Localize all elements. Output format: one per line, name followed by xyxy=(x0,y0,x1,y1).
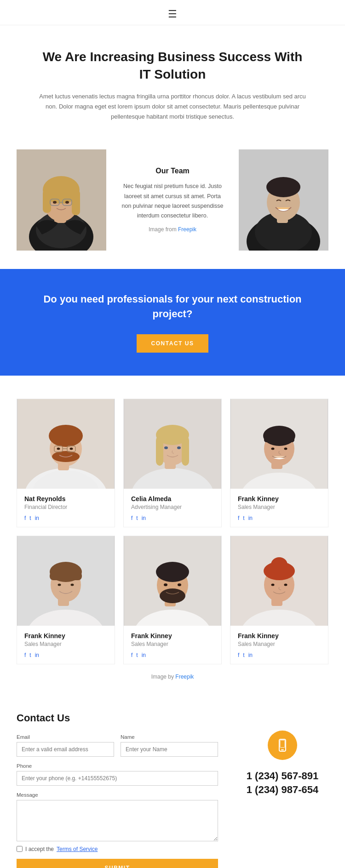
svg-point-38 xyxy=(164,446,168,449)
team-card-frank1: Frank Kinney Sales Manager f t in xyxy=(230,399,328,527)
svg-point-29 xyxy=(57,447,60,450)
team-card-nat-reynolds: Nat Reynolds Financial Director f t in xyxy=(17,399,115,527)
svg-point-60 xyxy=(156,562,189,582)
team-role-frank4: Sales Manager xyxy=(238,641,321,647)
message-group: Message xyxy=(17,792,218,841)
facebook-link-frank2[interactable]: f xyxy=(24,652,26,658)
freepik-link[interactable]: Freepik xyxy=(178,226,196,233)
team-intro-photo-right xyxy=(239,149,328,251)
svg-point-25 xyxy=(52,451,80,462)
instagram-link-frank3[interactable]: in xyxy=(142,652,146,658)
svg-point-46 xyxy=(271,447,275,450)
contact-section: Contact Us Email Name Phone Message I ac… xyxy=(0,689,345,868)
header: ☰ xyxy=(0,0,345,25)
team-photo-frank2 xyxy=(17,536,115,626)
twitter-link-frank1[interactable]: t xyxy=(243,515,244,521)
facebook-link-nat[interactable]: f xyxy=(24,515,26,521)
team-card-frank3: Frank Kinney Sales Manager f t in xyxy=(123,536,222,664)
svg-point-71 xyxy=(284,583,288,586)
facebook-link-celia[interactable]: f xyxy=(131,515,132,521)
team-name-frank2: Frank Kinney xyxy=(24,632,107,640)
team-role-frank2: Sales Manager xyxy=(24,641,107,647)
team-card-frank2: Frank Kinney Sales Manager f t in xyxy=(17,536,115,664)
hamburger-menu-icon[interactable]: ☰ xyxy=(168,8,177,20)
twitter-link-nat[interactable]: t xyxy=(29,515,31,521)
team-intro-content: Our Team Nec feugiat nisl pretium fusce … xyxy=(106,149,239,251)
facebook-link-frank3[interactable]: f xyxy=(131,652,132,658)
terms-row: I accept the Terms of Service xyxy=(17,846,218,852)
team-card-info-frank1: Frank Kinney Sales Manager f t in xyxy=(230,489,328,527)
team-intro-description: Nec feugiat nisl pretium fusce id. Justo… xyxy=(120,182,225,221)
svg-rect-37 xyxy=(182,436,189,466)
terms-link[interactable]: Terms of Service xyxy=(57,846,98,852)
team-social-frank2: f t in xyxy=(24,652,107,658)
name-input[interactable] xyxy=(121,742,218,757)
submit-button[interactable]: SUBMIT xyxy=(17,859,218,868)
team-name-frank3: Frank Kinney xyxy=(131,632,214,640)
svg-point-62 xyxy=(164,583,167,586)
team-grid: Nat Reynolds Financial Director f t in xyxy=(17,399,328,664)
freepik-note-link[interactable]: Freepik xyxy=(175,674,194,680)
phone-number-1: 1 (234) 567-891 xyxy=(236,769,328,783)
svg-rect-45 xyxy=(264,436,294,442)
phone-group: Phone xyxy=(17,763,218,786)
twitter-link-celia[interactable]: t xyxy=(136,515,138,521)
message-label: Message xyxy=(17,792,218,798)
hero-title: We Are Increasing Business Success With … xyxy=(37,48,308,83)
name-group: Name xyxy=(121,734,218,757)
instagram-link-celia[interactable]: in xyxy=(142,515,146,521)
message-textarea[interactable] xyxy=(17,800,218,841)
svg-point-70 xyxy=(271,583,275,586)
team-intro-section: Our Team Nec feugiat nisl pretium fusce … xyxy=(17,149,328,251)
svg-point-47 xyxy=(284,447,288,450)
contact-us-button[interactable]: CONTACT US xyxy=(137,334,209,353)
team-role-celia: Advertising Manager xyxy=(131,504,214,510)
team-card-info-nat: Nat Reynolds Financial Director f t in xyxy=(17,489,115,527)
twitter-link-frank2[interactable]: t xyxy=(29,652,31,658)
team-card-info-frank3: Frank Kinney Sales Manager f t in xyxy=(124,626,221,664)
team-social-nat: f t in xyxy=(24,515,107,521)
phone-icon-circle xyxy=(268,731,297,760)
team-photo-frank3 xyxy=(124,536,221,626)
team-photo-frank4 xyxy=(230,536,328,626)
team-role-frank3: Sales Manager xyxy=(131,641,214,647)
facebook-link-frank4[interactable]: f xyxy=(238,652,239,658)
email-group: Email xyxy=(17,734,114,757)
phone-label: Phone xyxy=(17,763,218,769)
twitter-link-frank3[interactable]: t xyxy=(136,652,138,658)
team-social-frank3: f t in xyxy=(131,652,214,658)
email-label: Email xyxy=(17,734,114,740)
phone-input[interactable] xyxy=(17,771,218,786)
contact-title: Contact Us xyxy=(17,712,218,724)
hero-section: We Are Increasing Business Success With … xyxy=(0,25,345,140)
team-name-nat: Nat Reynolds xyxy=(24,495,107,503)
team-role-nat: Financial Director xyxy=(24,504,107,510)
cta-text: Do you need professionals for your next … xyxy=(28,292,317,321)
hero-description: Amet luctus venenatis lectus magna fring… xyxy=(37,91,308,122)
team-social-frank4: f t in xyxy=(238,652,321,658)
email-input[interactable] xyxy=(17,742,114,757)
team-role-frank1: Sales Manager xyxy=(238,504,321,510)
team-card-info-frank4: Frank Kinney Sales Manager f t in xyxy=(230,626,328,664)
team-card-frank4: Frank Kinney Sales Manager f t in xyxy=(230,536,328,664)
instagram-link-frank1[interactable]: in xyxy=(248,515,253,521)
instagram-link-frank4[interactable]: in xyxy=(248,652,253,658)
svg-rect-7 xyxy=(72,190,80,215)
svg-point-30 xyxy=(70,447,73,450)
cta-banner: Do you need professionals for your next … xyxy=(0,269,345,376)
svg-rect-74 xyxy=(280,740,285,748)
team-intro-title: Our Team xyxy=(120,167,225,175)
instagram-link-frank2[interactable]: in xyxy=(35,652,39,658)
twitter-link-frank4[interactable]: t xyxy=(243,652,244,658)
svg-rect-53 xyxy=(50,572,82,580)
contact-form: Contact Us Email Name Phone Message I ac… xyxy=(17,712,218,868)
phone-icon xyxy=(276,738,289,752)
name-label: Name xyxy=(121,734,218,740)
team-card-info-frank2: Frank Kinney Sales Manager f t in xyxy=(17,626,115,664)
svg-point-39 xyxy=(177,446,181,449)
facebook-link-frank1[interactable]: f xyxy=(238,515,239,521)
terms-checkbox[interactable] xyxy=(17,846,23,852)
instagram-link-nat[interactable]: in xyxy=(35,515,39,521)
team-name-celia: Celia Almeda xyxy=(131,495,214,503)
image-by-text: Image by xyxy=(151,674,174,680)
